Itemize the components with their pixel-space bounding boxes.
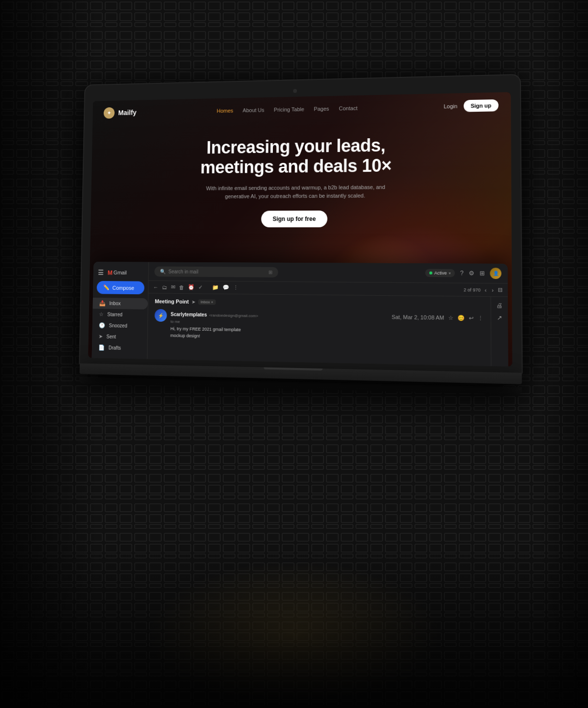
email-view-area: Meeting Point ➤ Inbox × ⚡ (147, 293, 508, 366)
unread-icon[interactable]: ✉ (171, 284, 176, 290)
email-thread: Meeting Point ➤ Inbox × ⚡ (147, 293, 491, 366)
gmail-topbar: 🔍 Search in mail ⊞ Active ▾ (148, 262, 507, 284)
email-body: Hi, try my FREE 2021 gmail template mock… (170, 326, 483, 344)
active-label: Active (434, 271, 446, 276)
gmail-sidebar: ☰ M Gmail ✏️ Compose 📥 Inbo (92, 262, 149, 359)
search-placeholder: Search in mail (168, 269, 198, 274)
hero-section: Increasing your leads, meetings and deal… (90, 118, 512, 237)
email-action-icons: Sat, Mar 2, 10:08 AM ☆ 😊 ↩ ⋮ (391, 314, 483, 322)
done-icon[interactable]: ✓ (198, 284, 203, 291)
pagination-info: 2 of 970 (464, 287, 480, 293)
star-email-icon[interactable]: ☆ (448, 314, 453, 321)
inbox-badge: Inbox × (198, 299, 215, 305)
gmail-mockup: ☰ M Gmail ✏️ Compose 📥 Inbo (92, 262, 508, 366)
reply-icon[interactable]: ↩ (469, 315, 474, 322)
pagination-prev[interactable]: ‹ (484, 287, 488, 293)
email-date: Sat, Mar 2, 10:08 AM (391, 314, 444, 321)
email-subject-row: Meeting Point ➤ Inbox × (155, 298, 483, 308)
sender-avatar: ⚡ (154, 309, 167, 322)
grid-icon[interactable]: ⊞ (479, 270, 485, 277)
email-content-area: Scarlytemplates <randoedesign@gmail.com>… (170, 309, 483, 344)
laptop-screen: ✦ Mailfy Homes About Us Pricing Table Pa… (88, 92, 512, 367)
dropdown-chevron-icon: ▾ (449, 271, 451, 275)
pagination-next[interactable]: › (491, 287, 495, 293)
send-icon: ➤ (98, 333, 103, 339)
clock-icon: 🕐 (99, 322, 105, 329)
login-button[interactable]: Login (444, 103, 458, 110)
logo-icon: ✦ (104, 107, 115, 119)
nav-link-about[interactable]: About Us (243, 107, 265, 114)
more-icon[interactable]: ⋮ (233, 284, 238, 291)
user-avatar[interactable]: 👤 (490, 268, 501, 279)
logo-text: Mailfy (118, 109, 136, 117)
emoji-icon[interactable]: 😊 (458, 314, 465, 321)
sender-name: Scarlytemplates (171, 311, 207, 317)
search-bar[interactable]: 🔍 Search in mail ⊞ (154, 266, 278, 277)
sender-info: Scarlytemplates <randoedesign@gmail.com> (171, 309, 258, 319)
avatar-initials: 👤 (493, 271, 499, 276)
search-area: 🔍 Search in mail ⊞ (154, 266, 425, 278)
nav-link-homes[interactable]: Homes (217, 108, 234, 114)
gmail-sidebar-header: ☰ M Gmail (93, 267, 148, 281)
email-right-panel: 🖨 ↗ (491, 297, 508, 366)
back-arrow-icon[interactable]: ← (153, 284, 159, 290)
nav-link-pricing[interactable]: Pricing Table (274, 106, 304, 113)
snooze-icon[interactable]: ⏰ (188, 284, 195, 290)
topbar-right-controls: Active ▾ ? ⚙ ⊞ 👤 (425, 267, 501, 279)
toolbar-left-actions: ← 🗂 ✉ 🗑 ⏰ ✓ 📁 💬 ⋮ (153, 284, 238, 291)
signup-button[interactable]: Sign up (464, 99, 499, 112)
gmail-main-area: 🔍 Search in mail ⊞ Active ▾ (147, 262, 508, 367)
external-link-icon[interactable]: ↗ (497, 314, 502, 322)
nav-actions: Login Sign up (444, 99, 499, 112)
active-status-badge[interactable]: Active ▾ (425, 269, 455, 277)
nav-links: Homes About Us Pricing Table Pages Conta… (217, 105, 357, 114)
hero-cta-button[interactable]: Sign up for free (261, 211, 327, 227)
sidebar-item-sent[interactable]: ➤ Sent (92, 331, 147, 343)
sidebar-item-drafts[interactable]: 📄 Drafts (92, 342, 147, 354)
email-message-body: ⚡ Scarlytemplates <randoedesign@gmail.co… (154, 309, 484, 344)
star-icon: ☆ (99, 311, 104, 317)
hamburger-icon[interactable]: ☰ (98, 269, 104, 277)
search-icon: 🔍 (160, 269, 166, 274)
camera-dot (293, 89, 297, 93)
screen-bezel: ✦ Mailfy Homes About Us Pricing Table Pa… (80, 75, 522, 373)
sidebar-item-inbox[interactable]: 📥 Inbox (93, 298, 148, 309)
hero-title: Increasing your leads, meetings and deal… (110, 133, 491, 178)
right-shadow (539, 0, 588, 708)
inbox-icon: 📥 (99, 300, 106, 307)
more-email-icon[interactable]: ⋮ (478, 315, 484, 322)
nav-link-pages[interactable]: Pages (314, 106, 329, 112)
email-subject-text: Meeting Point (155, 298, 189, 305)
gmail-text-logo: Gmail (114, 270, 127, 276)
label-icon[interactable]: 💬 (223, 284, 230, 291)
settings-icon[interactable]: ⚙ (469, 270, 474, 277)
active-dot (429, 272, 432, 275)
draft-icon: 📄 (98, 344, 105, 351)
print-icon[interactable]: 🖨 (496, 302, 502, 309)
archive-icon[interactable]: 🗂 (162, 284, 168, 290)
hero-subtitle: With infinite email sending accounts and… (203, 183, 388, 201)
search-expand-icon: ⊞ (268, 269, 272, 275)
sidebar-item-snoozed[interactable]: 🕐 Snoozed (92, 320, 147, 332)
sender-avatar-icon: ⚡ (158, 313, 164, 318)
delete-icon[interactable]: 🗑 (179, 284, 184, 290)
compose-button[interactable]: ✏️ Compose (97, 281, 145, 294)
compose-pencil-icon: ✏️ (103, 284, 110, 291)
help-icon[interactable]: ? (460, 270, 464, 277)
laptop-device: ✦ Mailfy Homes About Us Pricing Table Pa… (79, 75, 522, 395)
laptop-body: ✦ Mailfy Homes About Us Pricing Table Pa… (79, 75, 522, 395)
sender-email: <randoedesign@gmail.com> (209, 313, 258, 318)
nav-logo: ✦ Mailfy (104, 107, 137, 119)
move-icon[interactable]: 📁 (212, 284, 219, 291)
sidebar-item-starred[interactable]: ☆ Starred (92, 308, 147, 320)
view-toggle-icon[interactable]: ⊟ (498, 287, 503, 294)
nav-link-contact[interactable]: Contact (339, 105, 357, 112)
email-forward-icon: ➤ (192, 299, 196, 305)
toolbar-right-pagination: 2 of 970 ‹ › ⊟ (464, 286, 502, 293)
gmail-m-logo: M (108, 269, 113, 276)
